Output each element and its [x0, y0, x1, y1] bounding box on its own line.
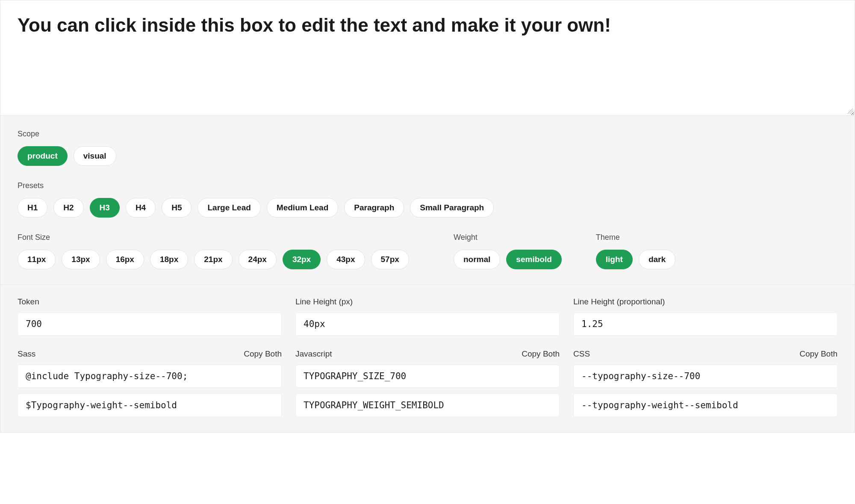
- scope-option-1[interactable]: visual: [74, 146, 116, 166]
- svg-line-2: [852, 113, 853, 114]
- javascript-line-1[interactable]: TYPOGRAPHY_WEIGHT_SEMIBOLD: [295, 394, 560, 417]
- weight-options: normalsemibold: [454, 250, 562, 269]
- css-label: CSS: [573, 349, 590, 359]
- lineheight-prop-label: Line Height (proportional): [573, 297, 665, 307]
- token-label: Token: [18, 297, 39, 307]
- fontsize-option-3[interactable]: 18px: [150, 250, 188, 269]
- preset-option-7[interactable]: Paragraph: [344, 198, 404, 218]
- preset-option-6[interactable]: Medium Lead: [267, 198, 338, 218]
- typography-tool: You can click inside this box to edit th…: [0, 0, 855, 433]
- javascript-line-0[interactable]: TYPOGRAPHY_SIZE_700: [295, 365, 560, 388]
- preset-option-4[interactable]: H5: [162, 198, 192, 218]
- fontsize-option-1[interactable]: 13px: [62, 250, 100, 269]
- theme-option-0[interactable]: light: [596, 250, 633, 269]
- preset-option-8[interactable]: Small Paragraph: [410, 198, 494, 218]
- weight-option-1[interactable]: semibold: [506, 250, 561, 269]
- fontsize-option-0[interactable]: 11px: [18, 250, 56, 269]
- javascript-copy-both-button[interactable]: Copy Both: [522, 349, 560, 359]
- preset-option-5[interactable]: Large Lead: [198, 198, 260, 218]
- sass-line-1[interactable]: $Typography-weight--semibold: [18, 394, 282, 417]
- fontsize-option-7[interactable]: 43px: [327, 250, 365, 269]
- fontsize-option-2[interactable]: 16px: [106, 250, 144, 269]
- scope-label: Scope: [18, 130, 116, 139]
- outputs-panel: Token 700 Line Height (px) 40px Line Hei…: [0, 285, 855, 432]
- controls-panel: Scope productvisual Presets H1H2H3H4H5La…: [0, 116, 855, 285]
- lineheight-px-label: Line Height (px): [295, 297, 353, 307]
- sass-label: Sass: [18, 349, 35, 359]
- presets-group: Presets H1H2H3H4H5Large LeadMedium LeadP…: [18, 181, 494, 218]
- fontsize-option-6[interactable]: 32px: [283, 250, 321, 269]
- preview-area[interactable]: You can click inside this box to edit th…: [0, 0, 855, 116]
- css-output: CSS Copy Both --typography-size--700 --t…: [573, 349, 837, 417]
- fontsize-option-8[interactable]: 57px: [371, 250, 409, 269]
- sass-copy-both-button[interactable]: Copy Both: [244, 349, 282, 359]
- css-copy-both-button[interactable]: Copy Both: [799, 349, 837, 359]
- fontsize-option-5[interactable]: 24px: [239, 250, 277, 269]
- resize-handle-icon: [847, 108, 853, 114]
- css-line-1[interactable]: --typography-weight--semibold: [573, 394, 837, 417]
- javascript-output: Javascript Copy Both TYPOGRAPHY_SIZE_700…: [295, 349, 560, 417]
- weight-group: Weight normalsemibold: [454, 233, 562, 269]
- scope-options: productvisual: [18, 146, 116, 166]
- preset-option-0[interactable]: H1: [18, 198, 47, 218]
- theme-option-1[interactable]: dark: [639, 250, 675, 269]
- theme-label: Theme: [596, 233, 675, 242]
- svg-line-1: [850, 111, 853, 114]
- scope-group: Scope productvisual: [18, 130, 116, 166]
- fontsize-group: Font Size 11px13px16px18px21px24px32px43…: [18, 233, 419, 269]
- weight-option-0[interactable]: normal: [454, 250, 500, 269]
- fontsize-option-4[interactable]: 21px: [194, 250, 232, 269]
- lineheight-prop-output: Line Height (proportional) 1.25: [573, 297, 837, 336]
- weight-label: Weight: [454, 233, 562, 242]
- lineheight-prop-value[interactable]: 1.25: [573, 312, 837, 336]
- sass-line-0[interactable]: @include Typography-size--700;: [18, 365, 282, 388]
- javascript-label: Javascript: [295, 349, 332, 359]
- presets-label: Presets: [18, 181, 494, 190]
- lineheight-px-output: Line Height (px) 40px: [295, 297, 560, 336]
- lineheight-px-value[interactable]: 40px: [295, 312, 560, 336]
- preset-option-3[interactable]: H4: [126, 198, 156, 218]
- svg-line-0: [848, 109, 853, 114]
- theme-options: lightdark: [596, 250, 675, 269]
- fontsize-label: Font Size: [18, 233, 419, 242]
- css-line-0[interactable]: --typography-size--700: [573, 365, 837, 388]
- preset-option-1[interactable]: H2: [53, 198, 83, 218]
- presets-options: H1H2H3H4H5Large LeadMedium LeadParagraph…: [18, 198, 494, 218]
- preset-option-2[interactable]: H3: [90, 198, 120, 218]
- scope-option-0[interactable]: product: [18, 146, 68, 166]
- fontsize-options: 11px13px16px18px21px24px32px43px57px: [18, 250, 419, 269]
- token-value[interactable]: 700: [18, 312, 282, 336]
- token-output: Token 700: [18, 297, 282, 336]
- preview-text[interactable]: You can click inside this box to edit th…: [18, 13, 837, 37]
- sass-output: Sass Copy Both @include Typography-size-…: [18, 349, 282, 417]
- theme-group: Theme lightdark: [596, 233, 675, 269]
